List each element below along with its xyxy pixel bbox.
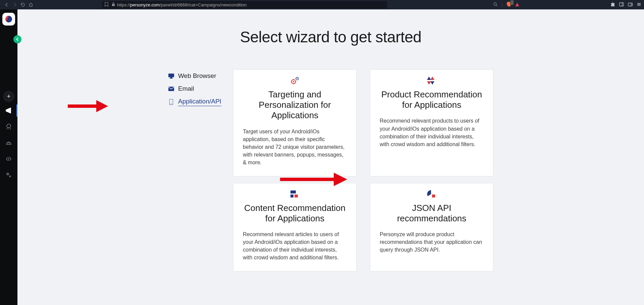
svg-marker-28 (427, 81, 431, 85)
monitor-icon (168, 74, 174, 79)
blocks-icon (243, 189, 347, 199)
svg-point-11 (9, 176, 11, 177)
tab-application-api[interactable]: Application/API (168, 95, 225, 109)
pie-icon (380, 189, 484, 199)
svg-point-21 (171, 103, 171, 104)
add-button[interactable]: + (3, 91, 14, 102)
card-json-api[interactable]: JSON API recommendations Personyze will … (370, 183, 493, 271)
card-desc: Personyze will produce product recommend… (380, 230, 484, 254)
card-content-recommendation[interactable]: Content Recommendation for Applications … (233, 183, 357, 271)
divider: | (502, 2, 503, 7)
card-title: Targeting and Personalization for Applic… (243, 89, 347, 121)
tab-web-browser[interactable]: Web Browser (168, 70, 225, 82)
card-desc: Recommend relevant articles to users of … (243, 230, 347, 262)
svg-marker-13 (96, 100, 108, 112)
card-title: Product Recommendation for Applications (380, 89, 484, 110)
envelope-icon (168, 87, 174, 91)
card-desc: Target users of your Android/iOs applica… (243, 128, 347, 167)
mobile-icon (168, 99, 174, 105)
tab-label: Web Browser (178, 72, 216, 80)
rail-rocket[interactable] (0, 119, 17, 134)
home-button[interactable] (27, 1, 35, 9)
collapse-rail-button[interactable] (13, 35, 21, 43)
extensions-icon[interactable] (610, 2, 615, 8)
svg-marker-27 (430, 77, 434, 80)
card-product-recommendation[interactable]: Product Recommendation for Applications … (370, 70, 493, 176)
svg-rect-17 (170, 77, 172, 78)
brave-triangle-icon[interactable] (515, 2, 519, 7)
svg-marker-26 (427, 77, 431, 80)
svg-rect-30 (290, 190, 296, 193)
wizard-tabs: Web Browser Email Application/API (168, 70, 225, 271)
panel-icon[interactable] (619, 2, 624, 8)
page-title: Select wizard to get started (17, 28, 644, 46)
wallet-icon[interactable] (628, 2, 633, 8)
rail-settings[interactable] (0, 168, 17, 182)
svg-rect-3 (620, 3, 624, 6)
lock-icon (112, 2, 115, 7)
menu-icon[interactable] (637, 2, 641, 8)
card-targeting-personalization[interactable]: Targeting and Personalization for Applic… (233, 70, 357, 176)
card-title: Content Recommendation for Applications (243, 203, 347, 224)
content-area: Select wizard to get started W (17, 9, 644, 305)
rail-code[interactable] (0, 151, 17, 166)
tab-label: Application/API (178, 98, 221, 106)
gears-icon (243, 76, 347, 85)
url-text: https://personyze.com/panel/id/6668#cat=… (117, 2, 247, 7)
svg-point-23 (293, 81, 294, 82)
wizard-cards: Targeting and Personalization for Applic… (233, 70, 493, 271)
svg-point-25 (297, 78, 298, 79)
shield-count: 2 (510, 0, 514, 5)
url-bar[interactable]: https://personyze.com/panel/id/6668#cat=… (102, 1, 387, 8)
svg-rect-32 (294, 194, 298, 198)
rail-dashboard[interactable] (0, 135, 17, 150)
triangles-icon (380, 76, 484, 85)
svg-rect-31 (290, 194, 293, 198)
tab-label: Email (178, 85, 194, 92)
svg-rect-18 (170, 78, 173, 79)
card-title: JSON API recommendations (380, 203, 484, 224)
card-desc: Recommend relevant products to users of … (380, 117, 484, 148)
shield-icon[interactable]: 2 (507, 2, 511, 8)
svg-rect-16 (168, 74, 174, 77)
reload-button[interactable] (19, 1, 27, 9)
svg-point-10 (7, 173, 9, 175)
search-icon[interactable] (493, 2, 498, 8)
annotation-arrow-1 (68, 97, 108, 114)
browser-chrome: https://personyze.com/panel/id/6668#cat=… (0, 0, 644, 9)
app-logo[interactable] (2, 13, 15, 26)
tab-email[interactable]: Email (168, 82, 225, 95)
browser-right-icons: | 2 (493, 2, 641, 8)
left-rail: + (0, 9, 17, 305)
back-button[interactable] (3, 1, 11, 9)
svg-marker-29 (430, 81, 434, 85)
annotation-arrow-2 (280, 170, 347, 187)
svg-line-2 (496, 5, 497, 6)
svg-rect-33 (432, 194, 435, 198)
svg-rect-0 (112, 4, 115, 6)
svg-point-1 (494, 3, 496, 5)
svg-marker-15 (334, 173, 347, 186)
bookmark-icon[interactable] (105, 2, 108, 8)
forward-button[interactable] (11, 1, 19, 9)
svg-rect-5 (628, 3, 632, 6)
rail-campaigns[interactable] (0, 103, 17, 118)
